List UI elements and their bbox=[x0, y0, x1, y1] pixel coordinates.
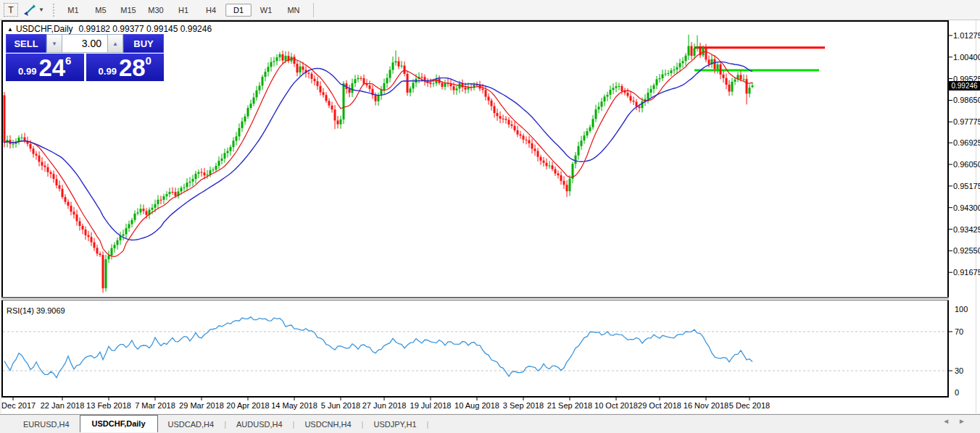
chart-tab-usdcnh-h4[interactable]: USDCNH,H4 bbox=[294, 417, 361, 432]
timeframe-button-m1[interactable]: M1 bbox=[60, 4, 86, 17]
price-axis-label: 0.94300 bbox=[953, 203, 980, 212]
buy-price-point: 0 bbox=[146, 54, 151, 67]
sell-price-box[interactable]: 0.99 24 6 bbox=[6, 54, 84, 81]
buy-price-prefix: 0.99 bbox=[99, 66, 117, 77]
volume-increase-button[interactable]: ▲ bbox=[107, 34, 123, 53]
timeframe-button-h4[interactable]: H4 bbox=[198, 4, 224, 17]
buy-price-pips: 28 bbox=[119, 57, 146, 79]
rsi-axis-label: 70 bbox=[955, 327, 963, 336]
chart-tab-usdcad-h4[interactable]: USDCAD,H4 bbox=[158, 417, 225, 432]
timeframe-bar: M1M5M15M30H1H4D1W1MN bbox=[59, 4, 307, 17]
price-axis-label: 0.99525 bbox=[953, 75, 980, 83]
chart-tab-usdchf-daily[interactable]: USDCHF,Daily bbox=[80, 415, 158, 432]
rsi-axis-label: 0 bbox=[955, 388, 959, 397]
price-axis-label: 1.00400 bbox=[953, 53, 980, 62]
crosshair-arrows-icon[interactable] bbox=[22, 3, 38, 17]
chevron-down-icon[interactable]: ▼ bbox=[38, 7, 46, 13]
tab-scroll-right-icon[interactable]: ► bbox=[958, 417, 974, 425]
collapse-triangle-icon[interactable]: ▲ bbox=[7, 26, 13, 33]
volume-input[interactable]: 3.00 bbox=[62, 34, 107, 53]
price-axis-label: 0.92550 bbox=[953, 246, 980, 255]
chart-tab-audusd-h4[interactable]: AUDUSD,H4 bbox=[226, 417, 293, 432]
price-axis-label: 0.95175 bbox=[953, 182, 980, 190]
price-axis-label: 0.96925 bbox=[953, 138, 980, 147]
price-axis-label: 0.91675 bbox=[953, 268, 980, 277]
tab-scroll-left-icon[interactable]: ◄ bbox=[942, 417, 958, 425]
price-axis-label: 0.93425 bbox=[953, 225, 980, 234]
timeframe-button-w1[interactable]: W1 bbox=[253, 4, 279, 17]
chart-tab-usdjpy-h1[interactable]: USDJPY,H1 bbox=[363, 417, 426, 432]
timeframe-button-m30[interactable]: M30 bbox=[143, 4, 169, 17]
chart-tab-eurusd-h4[interactable]: EURUSD,H4 bbox=[13, 417, 80, 432]
mt4-window: T ▼ M1M5M15M30H1H4D1W1MN ▲USDCHF,Daily0.… bbox=[0, 0, 980, 433]
rsi-label: RSI(14) 39.9069 bbox=[7, 306, 65, 315]
timeframe-button-mn[interactable]: MN bbox=[281, 4, 307, 17]
text-tool-icon[interactable]: T bbox=[4, 3, 18, 17]
toolbar-separator bbox=[313, 3, 314, 17]
rsi-axis-label: 100 bbox=[955, 305, 968, 314]
ohlc-values: 0.99182 0.99377 0.99145 0.99246 bbox=[79, 24, 212, 34]
one-click-trading-panel: SELL ▼ 3.00 ▲ BUY 0.99 24 6 0.99 28 0 bbox=[6, 34, 164, 81]
timeframe-button-d1[interactable]: D1 bbox=[225, 4, 252, 17]
chart-tab-bar: EURUSD,H4USDCHF,DailyUSDCAD,H4|AUDUSD,H4… bbox=[0, 414, 980, 433]
sell-price-point: 6 bbox=[65, 54, 71, 67]
tab-separator: | bbox=[427, 420, 429, 429]
rsi-indicator-plot[interactable] bbox=[3, 300, 947, 395]
rsi-bottom-border bbox=[1, 396, 949, 398]
price-axis-label: 0.97775 bbox=[953, 117, 980, 126]
rsi-axis-label: 30 bbox=[955, 366, 963, 375]
timeframe-button-m5[interactable]: M5 bbox=[88, 4, 114, 17]
date-axis-label: 5 Dec 2018 bbox=[719, 401, 780, 410]
sell-button[interactable]: SELL bbox=[6, 34, 46, 53]
price-axis-label: 1.01275 bbox=[953, 31, 980, 40]
sell-price-prefix: 0.99 bbox=[18, 66, 36, 77]
chart-title: ▲USDCHF,Daily0.99182 0.99377 0.99145 0.9… bbox=[7, 24, 212, 34]
price-axis-label: 0.98650 bbox=[953, 96, 980, 104]
toolbar-grip bbox=[51, 4, 55, 17]
tab-scroll-arrows: ◄► bbox=[942, 417, 974, 425]
timeframe-button-h1[interactable]: H1 bbox=[170, 4, 196, 17]
timeframe-button-m15[interactable]: M15 bbox=[115, 4, 141, 17]
price-axis-label: 0.96050 bbox=[953, 160, 980, 169]
buy-price-box[interactable]: 0.99 28 0 bbox=[86, 54, 165, 81]
symbol-label: USDCHF,Daily bbox=[16, 24, 73, 34]
sell-price-pips: 24 bbox=[38, 57, 65, 79]
volume-decrease-button[interactable]: ▼ bbox=[46, 34, 62, 53]
buy-button[interactable]: BUY bbox=[123, 34, 164, 53]
toolbar: T ▼ M1M5M15M30H1H4D1W1MN bbox=[0, 0, 980, 20]
